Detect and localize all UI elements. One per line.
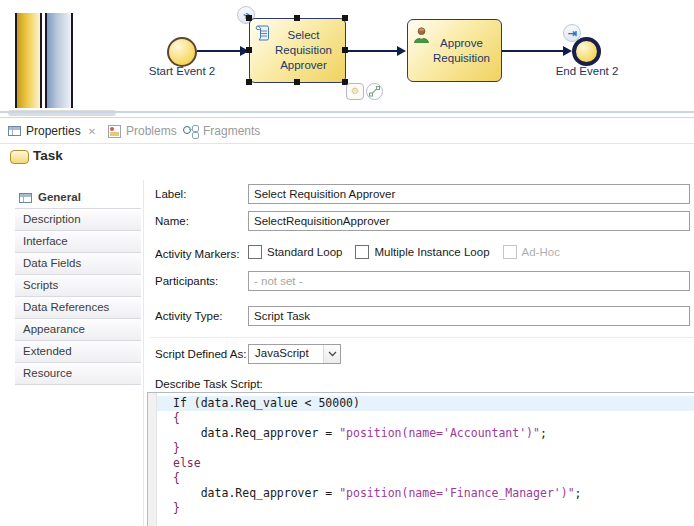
view-tab-bar: Properties ✕ Problems Fragments [0, 119, 694, 144]
gears-tool-icon[interactable]: ⚙ [346, 83, 364, 100]
activity-markers-row: Standard LoopMultiple Instance LoopAd-Ho… [248, 245, 573, 259]
sidebar-item-label: Description [23, 209, 81, 230]
table-icon [8, 126, 21, 136]
code-line[interactable]: { [157, 471, 694, 486]
dropdown-value: JavaScript [255, 347, 309, 359]
code-line[interactable]: } [157, 501, 694, 516]
task-label: Approve Requisition [423, 20, 500, 81]
editor-gutter [148, 393, 157, 526]
properties-view: Properties ✕ Problems Fragments Task Gen… [0, 117, 694, 526]
sidebar-item-resource[interactable]: Resource [15, 363, 141, 385]
connection-tool-icon[interactable] [366, 83, 383, 100]
sidebar-item-label: Resource [23, 363, 72, 384]
checkbox-label: Multiple Instance Loop [374, 246, 489, 258]
close-icon[interactable]: ✕ [88, 126, 96, 137]
selection-handle[interactable] [246, 79, 252, 85]
properties-element-title: Task [33, 148, 63, 163]
name-input[interactable] [248, 211, 690, 231]
bpmn-editor-window: Start Event 2 » Select Requisition Appro… [0, 0, 694, 526]
selection-handle[interactable] [294, 15, 300, 21]
selection-handle[interactable] [294, 79, 300, 85]
name-field-label: Name: [155, 215, 189, 227]
sidebar-item-appearance[interactable]: Appearance [15, 319, 141, 341]
problems-icon [108, 125, 121, 138]
tab-fragments[interactable]: Fragments [183, 119, 260, 143]
activity-type-input[interactable] [248, 306, 690, 326]
sidebar-item-label: Data References [23, 297, 109, 318]
view-divider [0, 111, 694, 113]
sidebar-item-label: Data Fields [23, 253, 81, 274]
sidebar-item-scripts[interactable]: Scripts [15, 275, 141, 297]
sidebar-tabs: GeneralDescriptionInterfaceData FieldsSc… [15, 187, 141, 385]
describe-task-script-label: Describe Task Script: [155, 378, 263, 390]
activity-type-label: Activity Type: [155, 310, 223, 322]
fragments-icon [183, 125, 198, 138]
selection-handle[interactable] [342, 15, 348, 21]
script-code[interactable]: If (data.Req_value < 50000){ data.Req_ap… [157, 396, 694, 516]
label-field-label: Label: [155, 188, 186, 200]
palette-strip-blue[interactable] [45, 13, 73, 108]
end-event-node[interactable] [572, 37, 601, 66]
chevron-down-icon[interactable] [323, 345, 340, 363]
script-defined-as-label: Script Defined As: [155, 348, 246, 360]
code-line[interactable]: data.Req_approver = "position(name='Acco… [157, 426, 694, 441]
checkbox-standard-loop[interactable]: Standard Loop [248, 245, 342, 259]
sidebar-item-interface[interactable]: Interface [15, 231, 141, 253]
task-approve-requisition[interactable]: Approve Requisition [407, 19, 502, 82]
code-line[interactable]: data.Req_approver = "position(name='Fina… [157, 486, 694, 501]
checkbox-ad-hoc: Ad-Hoc [503, 245, 560, 259]
tab-properties[interactable]: Properties ✕ [8, 119, 96, 143]
sidebar-item-data-fields[interactable]: Data Fields [15, 253, 141, 275]
task-type-icon [10, 150, 29, 164]
selection-handle[interactable] [246, 15, 252, 21]
label-input[interactable] [248, 184, 690, 204]
participants-label: Participants: [155, 275, 218, 287]
sidebar-item-general[interactable]: General [15, 187, 141, 209]
checkbox-icon[interactable] [248, 245, 262, 259]
arrowhead-icon [563, 46, 572, 56]
arrowhead-icon [397, 46, 406, 56]
script-editor[interactable]: If (data.Req_value < 50000){ data.Req_ap… [147, 392, 694, 526]
sidebar-item-description[interactable]: Description [15, 209, 141, 231]
script-language-dropdown[interactable]: JavaScript [248, 344, 341, 364]
code-line[interactable]: else [157, 456, 694, 471]
start-event-node[interactable] [167, 37, 197, 67]
checkbox-icon[interactable] [355, 245, 369, 259]
sequence-flow-1[interactable] [197, 50, 242, 52]
sidebar-item-label: General [38, 187, 81, 208]
code-line[interactable]: If (data.Req_value < 50000) [157, 396, 694, 411]
checkbox-label: Standard Loop [267, 246, 342, 258]
task-label: Select Requisition Approver [263, 19, 344, 82]
code-line[interactable]: } [157, 441, 694, 456]
sidebar-separator [143, 180, 144, 526]
code-line[interactable]: { [157, 411, 694, 426]
section-separator [150, 337, 694, 338]
task-select-requisition-approver[interactable]: Select Requisition Approver [249, 18, 346, 83]
activity-markers-label: Activity Markers: [155, 248, 239, 260]
sidebar-item-label: Extended [23, 341, 72, 362]
checkbox-label: Ad-Hoc [522, 246, 560, 258]
sequence-flow-2[interactable] [345, 50, 398, 52]
sidebar-item-label: Appearance [23, 319, 85, 340]
sidebar-item-label: Scripts [23, 275, 58, 296]
palette-strip-gold[interactable] [15, 13, 42, 108]
sidebar-item-label: Interface [23, 231, 68, 252]
sequence-flow-3[interactable] [500, 50, 564, 52]
sidebar-item-extended[interactable]: Extended [15, 341, 141, 363]
checkbox-multiple-instance-loop[interactable]: Multiple Instance Loop [355, 245, 489, 259]
sidebar-item-data-references[interactable]: Data References [15, 297, 141, 319]
tab-problems[interactable]: Problems [108, 119, 177, 143]
participants-input[interactable] [248, 271, 690, 291]
general-tab-icon [19, 193, 32, 203]
selection-handle[interactable] [342, 47, 348, 53]
selection-handle[interactable] [246, 47, 252, 53]
end-event-label: End Event 2 [542, 65, 632, 77]
start-event-label: Start Event 2 [136, 65, 228, 77]
checkbox-icon [503, 245, 517, 259]
